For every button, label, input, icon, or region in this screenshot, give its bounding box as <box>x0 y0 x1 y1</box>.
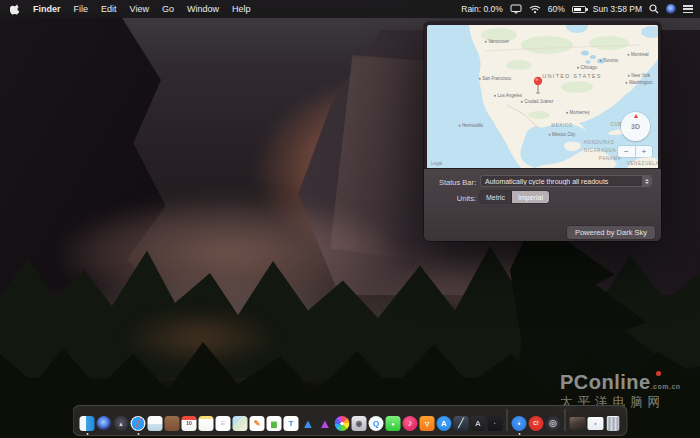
dock-pages[interactable]: ✎ <box>250 416 265 431</box>
dock-calendar[interactable]: 10 <box>182 416 197 431</box>
dock-minimized-window[interactable] <box>570 416 586 431</box>
finder-icon <box>80 416 95 431</box>
dock-maps[interactable] <box>233 416 248 431</box>
minimized-document-glyph: ● <box>594 422 596 426</box>
units-segment-imperial[interactable]: Imperial <box>512 191 549 203</box>
siri-icon <box>97 416 112 431</box>
dock-triangle-blue-app[interactable]: ▲ <box>301 416 316 431</box>
dock-safari[interactable]: ╱ <box>131 416 146 431</box>
map-legal-link[interactable]: Legal <box>431 161 442 166</box>
map-label-chicago: Chicago <box>577 66 597 71</box>
dock-itunes[interactable]: ♪ <box>403 416 418 431</box>
calendar-icon: 10 <box>182 416 197 431</box>
map-compass-3d-button[interactable]: 3D <box>621 112 650 141</box>
dock-separator <box>565 409 566 431</box>
dock-ibooks[interactable]: ▽ <box>420 416 435 431</box>
battery-icon[interactable] <box>572 6 586 13</box>
lens-app-icon: ◎ <box>546 416 561 431</box>
pages-icon: ✎ <box>250 416 265 431</box>
numbers-glyph: ▆ <box>271 420 276 427</box>
menu-view[interactable]: View <box>130 4 149 14</box>
menu-edit[interactable]: Edit <box>101 4 117 14</box>
notification-center-icon[interactable] <box>683 5 693 13</box>
spotlight-search-icon[interactable] <box>649 4 659 14</box>
dock-keynote[interactable]: T <box>284 416 299 431</box>
compass-label: 3D <box>631 123 640 130</box>
menu-bar-left: FinderFileEditViewGoWindowHelp <box>0 4 250 15</box>
units-segment-metric[interactable]: Metric <box>480 191 512 203</box>
location-map[interactable]: Legal 3D − + VancouverSan FranciscoLos A… <box>427 25 658 168</box>
dock-preview[interactable] <box>148 416 163 431</box>
dock-contacts[interactable] <box>165 416 180 431</box>
rain-status[interactable]: Rain: 0.0% <box>461 4 503 14</box>
dock-launchpad[interactable]: ▲ <box>114 416 129 431</box>
triangle-purple-app-icon: ▲ <box>318 416 333 431</box>
map-label-mexico: MEXICO <box>551 124 572 129</box>
dock-lens-app[interactable]: ◎ <box>546 416 561 431</box>
map-label-new-york: New York <box>628 74 651 79</box>
map-label-panama: PANAMA <box>599 157 621 162</box>
keynote-glyph: T <box>289 420 294 428</box>
location-pin-app-icon: ● <box>512 416 527 431</box>
dropdown-stepper-icon <box>642 176 651 186</box>
menu-window[interactable]: Window <box>187 4 219 14</box>
triangle-purple-app-glyph: ▲ <box>319 417 332 430</box>
zoom-in-button[interactable]: + <box>636 146 653 157</box>
watermark-domain-suffix: .com.cn <box>651 383 681 390</box>
dock-notes[interactable] <box>199 416 214 431</box>
status-bar-dropdown[interactable]: Automatically cycle through all readouts <box>480 175 652 187</box>
display-icon[interactable] <box>510 4 522 14</box>
map-label-hermosillo: Hermosillo <box>459 124 484 129</box>
units-label: Units: <box>424 194 476 203</box>
app-store-glyph: A <box>441 420 447 428</box>
menu-file[interactable]: File <box>74 4 89 14</box>
battery-percent: 60% <box>548 4 565 14</box>
zoom-out-button[interactable]: − <box>618 146 636 157</box>
map-label-venezuela: VENEZUELA <box>627 162 658 167</box>
dock-app-store[interactable]: A <box>437 416 452 431</box>
dock-photo-booth[interactable]: ◉ <box>352 416 367 431</box>
clock[interactable]: Sun 3:58 PM <box>593 4 642 14</box>
map-label-washington: Washington <box>625 81 652 86</box>
dock-numbers[interactable]: ▆ <box>267 416 282 431</box>
powered-by-dark-sky-button[interactable]: Powered by Dark Sky <box>567 226 655 239</box>
dock-xcode[interactable]: ╱ <box>454 416 469 431</box>
dock-red-c-app[interactable]: C! <box>529 416 544 431</box>
safari-icon: ╱ <box>131 416 146 431</box>
dock-finder[interactable] <box>80 416 95 431</box>
map-label-vancouver: Vancouver <box>485 40 510 45</box>
dock: ▲╱10≡✎▆T▲▲◉Q●♪▽A╱A▪●C!◎● <box>73 405 628 436</box>
map-label-mexico-city: Mexico City <box>549 133 576 138</box>
dock-triangle-purple-app[interactable]: ▲ <box>318 416 333 431</box>
dock-messages[interactable]: ● <box>386 416 401 431</box>
map-label-los-angeles: Los Angeles <box>494 94 522 99</box>
dock-siri[interactable] <box>97 416 112 431</box>
menu-finder[interactable]: Finder <box>33 4 61 14</box>
dock-photos[interactable] <box>335 416 350 431</box>
notes-icon <box>199 416 214 431</box>
messages-icon: ● <box>386 416 401 431</box>
dock-dark-a-app[interactable]: A <box>471 416 486 431</box>
siri-icon[interactable] <box>666 4 676 14</box>
dock-quicktime[interactable]: Q <box>369 416 384 431</box>
dock-reminders[interactable]: ≡ <box>216 416 231 431</box>
dock-minimized-document[interactable]: ● <box>588 416 604 431</box>
dock-trash[interactable] <box>606 416 621 431</box>
dark-a-app-glyph: A <box>475 420 481 428</box>
weather-settings-window: Legal 3D − + VancouverSan FranciscoLos A… <box>424 22 661 241</box>
map-label-monterrey: Monterrey <box>566 111 590 116</box>
dark-app-glyph: ▪ <box>494 421 496 426</box>
menu-go[interactable]: Go <box>162 4 174 14</box>
dock-dark-app[interactable]: ▪ <box>488 416 503 431</box>
messages-glyph: ● <box>391 421 395 427</box>
wifi-icon[interactable] <box>529 5 541 14</box>
location-pin-app-glyph: ● <box>517 421 520 426</box>
triangle-blue-app-icon: ▲ <box>301 416 316 431</box>
calendar-glyph: 10 <box>186 421 192 426</box>
units-segmented-control: MetricImperial <box>480 191 549 203</box>
dock-location-pin-app[interactable]: ● <box>512 416 527 431</box>
apple-menu-icon[interactable] <box>10 4 20 15</box>
running-indicator <box>137 433 139 435</box>
ibooks-glyph: ▽ <box>425 421 430 427</box>
menu-help[interactable]: Help <box>232 4 251 14</box>
